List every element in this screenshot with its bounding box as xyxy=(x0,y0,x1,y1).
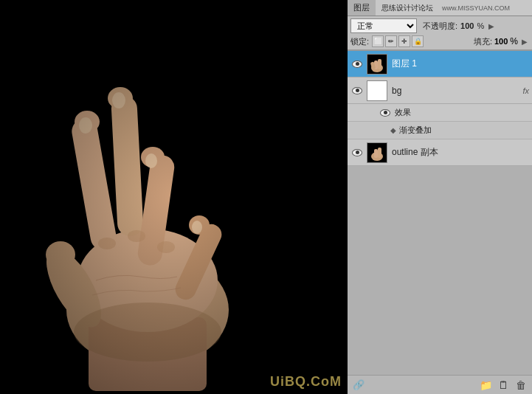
outline-thumb xyxy=(367,142,387,163)
eye-icon-outline xyxy=(352,149,362,156)
lock-fill-row: 锁定: ⬜ ✏ ✛ 🔒 填充: 100 % ▶ xyxy=(350,35,529,47)
effects-label: 效果 xyxy=(395,107,411,118)
bottom-icons-left: 🔗 xyxy=(352,379,365,392)
bg-visibility[interactable] xyxy=(350,84,364,97)
svg-rect-31 xyxy=(378,148,381,158)
layer1-thumb xyxy=(367,54,387,75)
link-icon[interactable]: 🔗 xyxy=(352,379,365,392)
main-container: UiBQ.CoM 图层 思练设计讨论坛 www.MISSYUAN.COM 正常 … xyxy=(0,0,532,394)
blend-mode-select[interactable]: 正常 xyxy=(350,18,417,33)
fill-section: 填充: 100 % ▶ xyxy=(474,36,529,47)
svg-rect-22 xyxy=(0,0,348,394)
svg-rect-26 xyxy=(378,59,381,69)
panel-bottom: 🔗 📁 🗒 🗑 xyxy=(348,375,532,394)
watermark: UiBQ.CoM xyxy=(270,374,342,390)
right-panel: 图层 思练设计讨论坛 www.MISSYUAN.COM 正常 不透明度: 100… xyxy=(348,0,532,394)
effects-group-row[interactable]: 效果 xyxy=(348,104,532,122)
outline-name: outline 副本 xyxy=(392,146,529,159)
lock-pixels-btn[interactable]: ✏ xyxy=(385,35,397,47)
panel-url: www.MISSYUAN.COM xyxy=(439,2,513,13)
eye-icon-effects xyxy=(380,109,390,117)
blend-opacity-row: 正常 不透明度: 100 % ▶ xyxy=(350,18,529,33)
layer-item-outline[interactable]: outline 副本 xyxy=(348,139,532,166)
bottom-icons-right: 📁 🗒 🗑 xyxy=(479,379,528,392)
outline-visibility[interactable] xyxy=(350,146,364,159)
lock-icons-group: ⬜ ✏ ✛ 🔒 xyxy=(372,35,424,47)
effects-eye[interactable] xyxy=(379,106,392,120)
eye-pupil-outline xyxy=(356,151,359,154)
gradient-overlay-label: 渐变叠加 xyxy=(399,125,432,136)
layers-list: 图层 1 bg fx xyxy=(348,50,532,166)
fill-percent: % xyxy=(510,36,518,46)
fill-label: 填充: xyxy=(474,36,492,47)
bg-thumb xyxy=(367,80,387,101)
opacity-value: 100 xyxy=(460,21,474,30)
layer1-visibility[interactable] xyxy=(350,58,364,71)
canvas-image xyxy=(0,0,348,394)
eye-icon-layer1 xyxy=(352,61,362,68)
opacity-percent: % xyxy=(477,21,484,30)
layer-controls: 正常 不透明度: 100 % ▶ 锁定: ⬜ ✏ ✛ 🔒 填充: 100 % xyxy=(348,16,532,50)
layer-item-bg[interactable]: bg fx xyxy=(348,77,532,104)
eye-pupil-layer1 xyxy=(356,62,359,66)
new-group-icon[interactable]: 📁 xyxy=(479,379,492,392)
eye-icon-bg xyxy=(352,87,362,94)
lock-all-btn[interactable]: 🔒 xyxy=(412,35,424,47)
panel-tabs: 图层 思练设计讨论坛 www.MISSYUAN.COM xyxy=(348,0,532,16)
tab-layers[interactable]: 图层 xyxy=(348,0,376,15)
layers-scroll-container: 图层 1 bg fx xyxy=(348,50,532,375)
new-layer-icon[interactable]: 🗒 xyxy=(497,379,510,392)
gradient-overlay-row[interactable]: ◆ 渐变叠加 xyxy=(348,122,532,139)
delete-layer-icon[interactable]: 🗑 xyxy=(514,379,528,392)
layer1-name: 图层 1 xyxy=(392,58,529,70)
gradient-bullet: ◆ xyxy=(390,126,396,134)
fill-value: 100 xyxy=(494,37,508,46)
lock-transparent-btn[interactable]: ⬜ xyxy=(372,35,384,47)
eye-pupil-effects xyxy=(384,111,387,114)
svg-rect-30 xyxy=(374,149,378,158)
lock-label: 锁定: xyxy=(350,36,369,47)
bg-name: bg xyxy=(392,86,519,96)
layer-item-layer1[interactable]: 图层 1 xyxy=(348,51,532,77)
eye-pupil-bg xyxy=(356,89,359,92)
lock-position-btn[interactable]: ✛ xyxy=(398,35,410,47)
fill-arrow[interactable]: ▶ xyxy=(520,38,529,46)
tab-channels[interactable]: 思练设计讨论坛 xyxy=(376,0,439,15)
canvas-area: UiBQ.CoM xyxy=(0,0,348,394)
opacity-arrow[interactable]: ▶ xyxy=(487,22,496,30)
opacity-label: 不透明度: xyxy=(423,21,457,32)
bg-fx: fx xyxy=(522,86,529,95)
